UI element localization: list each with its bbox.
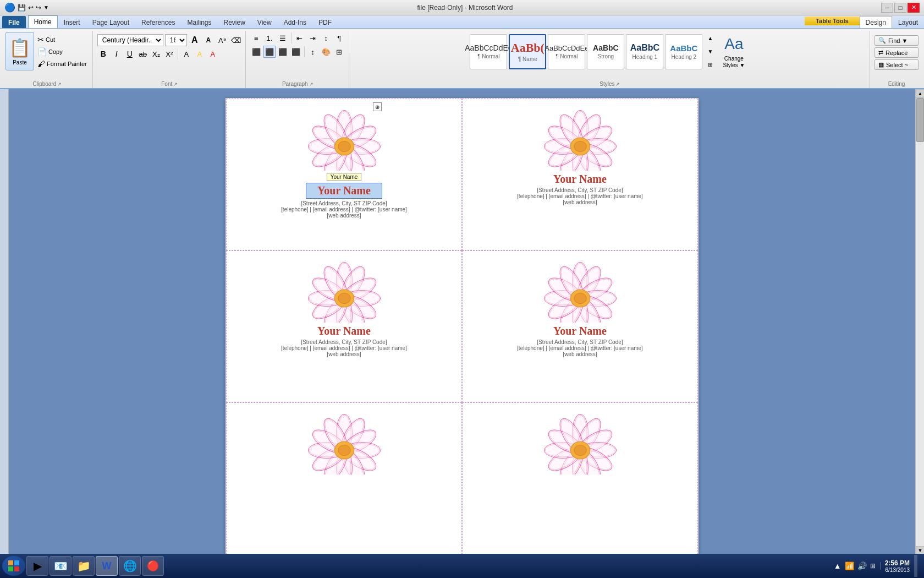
decrease-font-size-button[interactable]: A [202,34,215,46]
quick-access-save[interactable]: 💾 [18,4,26,12]
text-effects-button[interactable]: A [180,48,193,60]
sort-button[interactable]: ↕ [320,32,332,44]
tab-review[interactable]: Review [217,16,251,28]
style-normal[interactable]: AaBbCcDdEe ¶ Normal [470,34,507,69]
card-2-name[interactable]: Your Name [553,173,607,186]
clipboard-expander[interactable]: ↗ [57,81,62,87]
bold-button[interactable]: B [97,48,109,60]
increase-font-size-button[interactable]: A [189,34,201,46]
clear-formatting-button[interactable]: ⌫ [230,34,242,46]
tray-network-icon[interactable]: 📶 [845,561,854,570]
card-3-name[interactable]: Your Name [317,325,371,337]
style-heading2[interactable]: AaBbC Heading 2 [665,34,702,69]
card-2[interactable]: Your Name [Street Address, City, ST ZIP … [462,99,698,250]
card-2-address[interactable]: [Street Address, City, ST ZIP Code] [537,187,623,193]
card-6[interactable] [462,402,698,554]
card-4-web[interactable]: [web address] [563,351,597,357]
quick-access-undo[interactable]: ↩ [28,4,34,12]
card-1-name[interactable]: Your Name [306,183,382,199]
card-4-contact[interactable]: [telephone] | [email address] | @twitter… [517,345,643,351]
tab-insert[interactable]: Insert [58,16,86,28]
taskbar-outlook[interactable]: 📧 [50,556,72,576]
font-color-button[interactable]: A [207,48,219,60]
justify-button[interactable]: ⬛ [290,46,302,58]
tab-pdf[interactable]: PDF [312,16,338,28]
change-styles-button[interactable]: Aa ChangeStyles ▼ [718,34,750,69]
paste-button[interactable]: 📋 Paste [6,32,34,70]
tab-addins[interactable]: Add-Ins [278,16,312,28]
superscript-button[interactable]: X² [163,48,175,60]
tray-arrow[interactable]: ▲ [834,561,842,570]
card-2-contact[interactable]: [telephone] | [email address] | @twitter… [517,193,643,199]
align-right-button[interactable]: ⬛ [277,46,289,58]
font-expander[interactable]: ↗ [173,81,178,87]
style-heading1[interactable]: AaBbC Heading 1 [626,34,663,69]
underline-button[interactable]: U [124,48,136,60]
tab-design[interactable]: Design [860,16,892,28]
card-3[interactable]: Your Name [Street Address, City, ST ZIP … [226,250,462,402]
style-normal2[interactable]: AaBbCcDdEe ¶ Normal [548,34,585,69]
highlight-color-button[interactable]: A [194,48,206,60]
quick-access-customize[interactable]: ▼ [43,4,49,10]
card-4-name[interactable]: Your Name [553,325,607,337]
start-button[interactable] [2,556,25,576]
card-1[interactable]: Your Name Your Name [Street Address, Cit… [226,99,462,250]
cut-button[interactable]: ✂ Cut [35,34,89,45]
font-size-select[interactable]: 16 [165,34,187,46]
replace-button[interactable]: ⇄ Replace [875,47,919,58]
format-painter-button[interactable]: 🖌 Format Painter [35,58,89,69]
shading-button[interactable]: 🎨 [320,46,332,58]
change-case-button[interactable]: Aᵃ [216,34,228,46]
styles-dropdown[interactable]: ⊞ [704,59,716,71]
taskbar-ie[interactable]: 🌐 [119,556,141,576]
taskbar-clock[interactable]: 2:56 PM 6/13/2013 [885,559,910,573]
taskbar-media-player[interactable]: ▶ [26,556,48,576]
find-button[interactable]: 🔍 Find ▼ [875,35,919,46]
taskbar-chrome[interactable]: 🔴 [142,556,164,576]
italic-button[interactable]: I [111,48,123,60]
card-4-address[interactable]: [Street Address, City, ST ZIP Code] [537,339,623,345]
line-spacing-button[interactable]: ↕ [307,46,319,58]
card-2-web[interactable]: [web address] [563,199,597,205]
card-1-address[interactable]: [Street Address, City, ST ZIP Code] [301,200,387,206]
font-family-select[interactable]: Century (Headir... [97,34,163,46]
styles-expander[interactable]: ↗ [615,81,620,87]
select-button[interactable]: ▦ Select ~ [875,59,919,70]
close-button[interactable]: ✕ [908,3,920,13]
borders-button[interactable]: ⊞ [333,46,345,58]
card-3-web[interactable]: [web address] [327,351,361,357]
paragraph-expander[interactable]: ↗ [309,81,314,87]
table-move-handle[interactable]: ⊕ [373,102,382,111]
minimize-button[interactable]: ─ [881,3,893,13]
align-center-button[interactable]: ⬛ [263,46,276,58]
card-4[interactable]: Your Name [Street Address, City, ST ZIP … [462,250,698,402]
tray-speaker-icon[interactable]: 🔊 [857,561,867,570]
card-3-contact[interactable]: [telephone] | [email address] | @twitter… [281,345,407,351]
strikethrough-button[interactable]: ab [137,48,149,60]
right-scroll-thumb[interactable] [916,98,924,142]
quick-access-redo[interactable]: ↪ [36,4,41,12]
styles-scroll-up[interactable]: ▲ [704,32,716,45]
tab-home[interactable]: Home [28,15,58,28]
subscript-button[interactable]: X₂ [150,48,162,60]
card-1-web[interactable]: [web address] [327,212,361,219]
tray-windows-icon[interactable]: ⊞ [870,562,876,570]
right-scroll-up[interactable]: ▲ [916,89,924,98]
copy-button[interactable]: 📄 Copy [35,46,89,57]
tab-file[interactable]: File [2,16,26,28]
show-desktop-button[interactable] [914,555,917,577]
tab-view[interactable]: View [251,16,278,28]
card-3-address[interactable]: [Street Address, City, ST ZIP Code] [301,339,387,345]
multilevel-list-button[interactable]: ☰ [277,32,289,44]
align-left-button[interactable]: ⬛ [250,46,262,58]
decrease-indent-button[interactable]: ⇤ [294,32,306,44]
maximize-button[interactable]: □ [894,3,906,13]
tab-mailings[interactable]: Mailings [181,16,217,28]
style-name[interactable]: AaBb( ¶ Name [509,34,546,69]
taskbar-word[interactable]: W [96,556,118,576]
card-5[interactable] [226,402,462,554]
card-1-contact[interactable]: [telephone] | [email address] | @twitter… [281,206,407,212]
numbering-button[interactable]: 1. [263,32,276,44]
bullets-button[interactable]: ≡ [250,32,262,44]
show-marks-button[interactable]: ¶ [333,32,345,44]
